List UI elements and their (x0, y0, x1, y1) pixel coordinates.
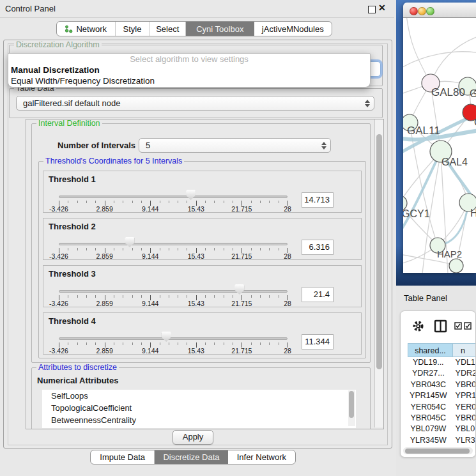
tab-jactivemnodules[interactable]: jActiveMNodules (254, 22, 332, 36)
tab-style[interactable]: Style (116, 22, 150, 36)
top-tab-bar: NetworkStyleSelectCyni ToolboxjActiveMNo… (56, 21, 332, 36)
cell-shared-name[interactable]: YER054C (408, 402, 449, 413)
attribute-item-selfloops[interactable]: SelfLoops (42, 390, 356, 402)
cell-name[interactable]: YPR1 (449, 390, 476, 401)
algorithm-option-equal-width-frequency-discretization[interactable]: Equal Width/Frequency Discretization (8, 75, 370, 86)
cell-name[interactable]: YDR2 (449, 368, 476, 379)
tick-label: 9.144 (142, 347, 158, 355)
tick-label: 21.715 (231, 252, 252, 260)
table-row[interactable]: YBR043CYBR0 (408, 380, 476, 390)
table-row[interactable]: YER054CYER0 (408, 402, 476, 413)
slider-thumb[interactable] (186, 190, 196, 200)
threshold-value-field[interactable]: 6.316 (302, 240, 334, 255)
network-node[interactable] (449, 259, 463, 273)
table-data-combobox[interactable]: galFiltered.sif default node (16, 96, 374, 111)
cell-shared-name[interactable]: YDL19... (408, 357, 449, 368)
checkbox-icon[interactable] (454, 322, 462, 330)
slider-track[interactable] (59, 196, 288, 198)
tick-mark (187, 342, 187, 345)
close-traffic-light-icon[interactable] (410, 7, 418, 15)
tab-select[interactable]: Select (150, 22, 186, 36)
cell-name[interactable]: YBL0 (449, 424, 476, 434)
slider-thumb[interactable] (234, 284, 244, 295)
attributes-group-title: Attributes to discretize (36, 363, 119, 372)
tick-mark (233, 201, 233, 203)
tick-mark (141, 248, 142, 250)
tick-mark (114, 342, 114, 345)
slider-thumb[interactable] (125, 237, 134, 247)
tick-label: -3.426 (49, 205, 68, 213)
thresholds-group: Threshold's Coordinates for 5 Intervals … (38, 161, 366, 358)
table-row[interactable]: YDR27...YDR2 (408, 368, 476, 379)
threshold-value-field[interactable]: 11.344 (302, 334, 334, 349)
slider-thumb[interactable] (162, 332, 171, 342)
cell-name[interactable]: YBR0 (449, 380, 476, 390)
node-label: HAP2 (437, 249, 462, 259)
cell-name[interactable]: YBR0 (449, 413, 476, 424)
gear-icon[interactable] (412, 320, 424, 332)
number-of-intervals-combobox[interactable]: 5 (139, 138, 331, 153)
table-row[interactable]: YPR145WYPR1 (408, 390, 476, 401)
tab-network[interactable]: Network (57, 22, 116, 36)
apply-button[interactable]: Apply (173, 430, 213, 445)
threshold-value-field[interactable]: 14.713 (302, 192, 334, 208)
tick-mark (260, 201, 261, 203)
cell-shared-name[interactable]: YBR045C (408, 413, 449, 424)
tick-mark (169, 248, 169, 250)
network-window-titlebar[interactable] (403, 3, 476, 18)
tab-impute-data[interactable]: Impute Data (91, 450, 155, 464)
cell-shared-name[interactable]: YBR043C (408, 380, 449, 390)
column-header-shared-name[interactable]: shared... (408, 343, 453, 357)
attribute-item-betweennesscentrality[interactable]: BetweennessCentrality (42, 414, 356, 426)
split-columns-icon[interactable] (434, 319, 447, 333)
table-panel-region: Table Panel shared... n YDL19...Y (396, 286, 476, 476)
table-row[interactable]: YBL079WYBL0 (408, 424, 476, 434)
network-canvas[interactable]: GAL80GACGAL11GAL4GCY1HHAP2 (403, 18, 476, 273)
cell-name[interactable]: YER0 (449, 402, 476, 413)
scrollbar-thumb[interactable] (405, 449, 470, 454)
cell-name[interactable]: YDL1 (449, 357, 476, 368)
tick-mark (178, 342, 178, 345)
cell-shared-name[interactable]: YPR145W (408, 390, 449, 401)
tick-mark (178, 248, 178, 250)
zoom-traffic-light-icon[interactable] (426, 7, 434, 15)
slider-track[interactable] (59, 337, 288, 340)
table-row[interactable]: YLR345WYLR3 (408, 435, 476, 446)
close-icon[interactable]: ✕ (378, 3, 386, 13)
tick-mark (205, 295, 206, 298)
tick-label: 9.144 (142, 205, 158, 213)
tick-mark (132, 201, 133, 203)
cell-name[interactable]: YLR3 (449, 435, 476, 446)
tab-cyni-toolbox[interactable]: Cyni Toolbox (186, 22, 254, 36)
vertical-scrollbar[interactable] (374, 119, 383, 427)
algorithm-option-manual-discretization[interactable]: Manual Discretization (8, 65, 370, 75)
tab-discretize-data[interactable]: Discretize Data (155, 450, 227, 464)
attribute-item-topologicalcoefficient[interactable]: TopologicalCoefficient (42, 402, 356, 414)
column-header-name[interactable]: n (453, 343, 476, 357)
float-window-icon[interactable] (368, 6, 376, 13)
tab-label: Discretize Data (163, 452, 219, 462)
cell-shared-name[interactable]: YBL079W (408, 424, 449, 434)
minimize-traffic-light-icon[interactable] (418, 7, 426, 15)
slider-track[interactable] (59, 290, 288, 293)
scrollbar-thumb[interactable] (376, 134, 382, 369)
threshold-panel-2: Threshold 2-3.4262.8599.14415.4321.71528… (43, 218, 362, 260)
list-scrollbar[interactable] (348, 390, 355, 426)
tick-mark (95, 342, 96, 345)
horizontal-scrollbar[interactable] (403, 447, 473, 454)
table-row[interactable]: YBR045CYBR0 (408, 413, 476, 424)
cell-shared-name[interactable]: YDR27... (408, 368, 449, 379)
tick-mark (205, 201, 206, 203)
numerical-attributes-list[interactable]: SelfLoopsTopologicalCoefficientBetweenne… (42, 390, 356, 428)
tick-mark (95, 248, 96, 250)
cell-shared-name[interactable]: YLR345W (408, 435, 449, 446)
tab-infer-network[interactable]: Infer Network (228, 450, 295, 464)
table-row[interactable]: YDL19...YDL1 (408, 357, 476, 368)
checkbox-icon[interactable] (464, 322, 472, 330)
threshold-value-field[interactable]: 21.4 (302, 287, 334, 302)
slider-track[interactable] (59, 243, 288, 245)
tick-label: 21.715 (231, 205, 252, 213)
node-label: H (470, 208, 476, 219)
tick-mark (269, 342, 270, 345)
tick-mark (123, 342, 123, 345)
